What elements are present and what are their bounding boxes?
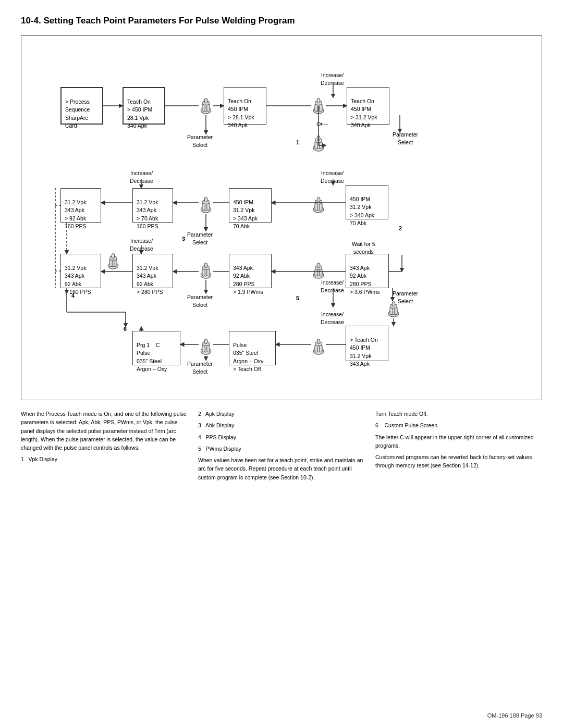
box-process: > ProcessSequenceSharpArcCard — [60, 87, 103, 125]
param-select-6: ParameterSelect — [187, 360, 213, 375]
box-teach-b3: Teach On450 IPM> 28.1 Vpk340 Apk — [224, 87, 266, 125]
box-b10: 31.2 Vpk343 Apk92 Abk> 280 PPS — [132, 254, 173, 288]
param-select-3: ParameterSelect — [187, 231, 213, 246]
col2-item2: 2 Apk Display — [198, 410, 365, 418]
box-b13: Prg 1 CPulse035" SteelArgon – Oxy — [132, 331, 180, 365]
svg-rect-35 — [112, 254, 114, 258]
increase-decrease-3: Increase/Decrease — [321, 169, 344, 184]
col2-item3: 3 Abk Display — [198, 421, 365, 429]
box-b14: Pulse035" SteelArgon – Oxy> Teach Off — [229, 331, 276, 365]
svg-rect-5 — [204, 98, 207, 103]
box-b8: 31.2 Vpk343 Apk> 92 Abk160 PPS — [60, 188, 101, 223]
increase-decrease-4: Increase/Decrease — [130, 237, 153, 252]
finger-icon-f7 — [199, 262, 213, 279]
num-5: 5 — [296, 295, 299, 301]
page: 10-4. Setting Teach Point Parameters For… — [0, 0, 563, 728]
param-select-4: ParameterSelect — [393, 290, 418, 305]
col3-para4: The letter C will appear in the upper ri… — [375, 433, 542, 450]
svg-rect-29 — [317, 198, 320, 202]
bottom-text: When the Process Teach mode is On, and o… — [21, 410, 542, 485]
param-select-5: ParameterSelect — [187, 293, 213, 309]
page-title: 10-4. Setting Teach Point Parameters For… — [21, 16, 542, 26]
box-teach-b2: Teach On> 450 IPM28.1 Vpk340 Apk — [123, 87, 165, 125]
param-select-2: ParameterSelect — [393, 131, 418, 146]
num-6: 6 — [124, 326, 127, 332]
svg-rect-17 — [317, 136, 320, 141]
footer: OM-196 188 Page 93 — [487, 712, 542, 719]
col1-para1: When the Process Teach mode is On, and o… — [21, 410, 188, 452]
increase-decrease-1: Increase/Decrease — [321, 71, 344, 87]
box-b6: 450 IPM31.2 Vpk> 343 Apk70 Abk — [229, 188, 272, 223]
num-1: 1 — [296, 139, 299, 145]
box-b5: 31.2 Vpk343 Apk> 70 Abk160 PPS — [132, 188, 173, 223]
col2-para2: When values have been set for a teach po… — [198, 456, 365, 482]
finger-icon-f8 — [311, 262, 326, 279]
box-b9: 31.2 Vpk343 Apk92 Abk> 160 PPS — [60, 254, 101, 288]
param-select-1: ParameterSelect — [187, 133, 213, 149]
col3-para3: Turn Teach mode Off. — [375, 410, 542, 418]
finger-icon-f3 — [311, 135, 326, 152]
col2-item4: 4 PPS Display — [198, 433, 365, 441]
col2-item5: 5 PWms Display — [198, 445, 365, 453]
svg-rect-23 — [204, 198, 207, 202]
increase-decrease-2: Increase/Decrease — [130, 169, 153, 184]
num-3: 3 — [182, 236, 185, 242]
num-2: 2 — [399, 225, 402, 231]
finger-icon-f1 — [199, 97, 213, 114]
diagram-container: > ProcessSequenceSharpArcCard Teach On> … — [21, 35, 542, 400]
box-b15: > Teach On450 IPM31.2 Vpk343 Apk — [346, 326, 388, 361]
col2: 2 Apk Display 3 Abk Display 4 PPS Displa… — [198, 410, 365, 485]
col3-item6: 6 Custom Pulse Screen — [375, 421, 542, 429]
or-label: Or— — [316, 120, 328, 128]
box-teach-b4: Teach On450 IPM> 31.2 Vpk340 Apk — [347, 87, 389, 125]
box-b11: 343 Apk92 Abk280 PPS> 1.9 PWms — [229, 254, 272, 288]
col1-item1: 1 Vpk Display — [21, 455, 188, 463]
increase-decrease-5: Increase/Decrease — [321, 279, 344, 294]
svg-rect-59 — [317, 339, 320, 344]
wait-label: Wait for 5seconds — [352, 240, 375, 255]
box-b12: 343 Apk92 Abk280 PPS> 3.6 PWms — [346, 254, 389, 288]
finger-icon-f2 — [311, 97, 326, 114]
finger-icon-f5 — [311, 196, 326, 213]
svg-rect-65 — [204, 339, 207, 344]
finger-icon-f6 — [106, 253, 120, 269]
col3-para5: Customized programs can be reverted back… — [375, 453, 542, 470]
finger-icon-f4 — [199, 196, 213, 213]
finger-icon-f11 — [199, 338, 213, 355]
num-4: 4 — [71, 292, 75, 299]
finger-icon-f10 — [311, 338, 326, 355]
box-b7: 450 IPM31.2 Vpk> 340 Apk70 Abk — [346, 185, 388, 219]
svg-rect-47 — [317, 263, 320, 268]
col1: When the Process Teach mode is On, and o… — [21, 410, 188, 485]
svg-rect-11 — [317, 98, 320, 103]
col3: Turn Teach mode Off. 6 Custom Pulse Scre… — [375, 410, 542, 485]
increase-decrease-6: Increase/Decrease — [321, 311, 344, 326]
svg-rect-41 — [204, 263, 207, 268]
